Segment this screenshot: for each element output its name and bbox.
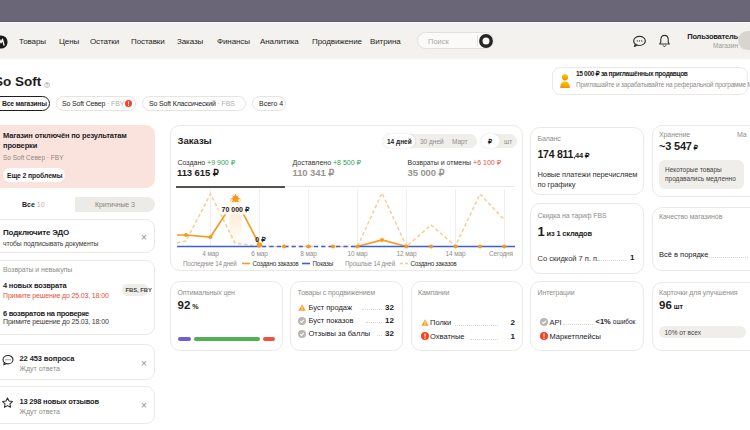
svg-text:Создано заказов: Создано заказов (411, 260, 458, 268)
svg-text:6 мар: 6 мар (251, 250, 268, 258)
svg-text:Прошлые 14 дней: Прошлые 14 дней (345, 260, 396, 268)
svg-text:0 ₽: 0 ₽ (255, 236, 266, 243)
svg-text:14 мар: 14 мар (446, 250, 466, 258)
svg-text:8 мар: 8 мар (300, 250, 317, 258)
svg-text:Показы: Показы (313, 260, 334, 267)
svg-text:Создано заказов: Создано заказов (253, 260, 300, 268)
svg-text:12 мар: 12 мар (397, 250, 417, 258)
svg-text:Последние 14 дней: Последние 14 дней (183, 260, 237, 268)
svg-text:Сегодня: Сегодня (489, 250, 513, 258)
svg-text:70 000 ₽: 70 000 ₽ (222, 206, 250, 213)
svg-text:10 мар: 10 мар (348, 250, 368, 258)
svg-text:4 мар: 4 мар (202, 250, 219, 258)
